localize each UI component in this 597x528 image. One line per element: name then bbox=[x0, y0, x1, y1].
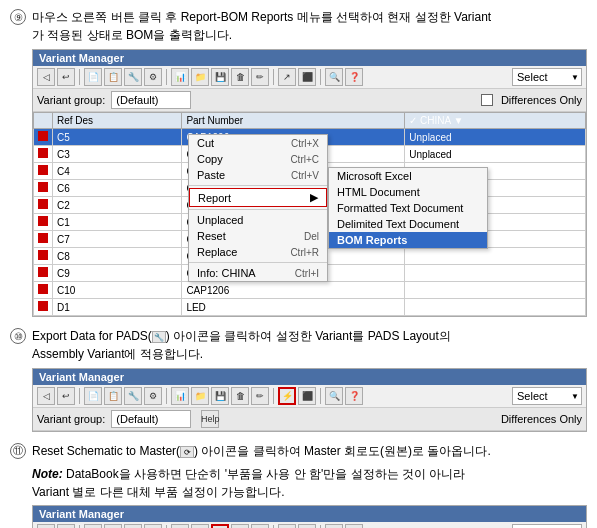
tb3-btn-4[interactable]: 📋 bbox=[104, 524, 122, 528]
row-refdes: C7 bbox=[53, 231, 182, 248]
tb2-btn-13[interactable]: 🔍 bbox=[325, 387, 343, 405]
tb3-btn-12[interactable]: ⬛ bbox=[298, 524, 316, 528]
tb-icon-8: 📁 bbox=[195, 72, 206, 82]
row-china bbox=[405, 282, 586, 299]
tb-btn-15[interactable]: ❓ bbox=[345, 68, 363, 86]
reset-icon-inline: ⟳ bbox=[180, 446, 194, 458]
tb2-btn-pads-export[interactable]: ⚡ bbox=[278, 387, 296, 405]
tb-btn-14[interactable]: 🔍 bbox=[325, 68, 343, 86]
variant-group-select-2[interactable]: (Default) bbox=[111, 410, 191, 428]
row-refdes: C8 bbox=[53, 248, 182, 265]
tb3-btn-11[interactable]: ↗ bbox=[278, 524, 296, 528]
tb3-btn-14[interactable]: ❓ bbox=[345, 524, 363, 528]
variant-group-value-1: (Default) bbox=[116, 94, 158, 106]
tb-btn-3[interactable]: 📄 bbox=[84, 68, 102, 86]
differences-label-2: Differences Only bbox=[501, 413, 582, 425]
tb2-sep-4 bbox=[320, 388, 321, 404]
row-icon bbox=[34, 299, 53, 316]
select-arrow-2: ▼ bbox=[571, 392, 579, 401]
tb2-btn-11[interactable]: ✏ bbox=[251, 387, 269, 405]
table-row[interactable]: D1 LED bbox=[34, 299, 586, 316]
pads-icon-inline: 🔧 bbox=[152, 331, 166, 343]
tb3-btn-7[interactable]: 📊 bbox=[171, 524, 189, 528]
table-row[interactable]: C10 CAP1206 bbox=[34, 282, 586, 299]
tb2-btn-5[interactable]: 🔧 bbox=[124, 387, 142, 405]
tb3-btn-13[interactable]: 🔍 bbox=[325, 524, 343, 528]
tb-btn-12[interactable]: ↗ bbox=[278, 68, 296, 86]
tb2-icon-9: 💾 bbox=[215, 391, 226, 401]
menu-reset[interactable]: Reset Del bbox=[189, 228, 327, 244]
component-icon bbox=[38, 148, 48, 158]
component-icon bbox=[38, 165, 48, 175]
tb3-btn-2[interactable]: ↩ bbox=[57, 524, 75, 528]
tb-btn-9[interactable]: 💾 bbox=[211, 68, 229, 86]
section-10-content: Export Data for PADS(🔧) 아이콘을 클릭하여 설정한 Va… bbox=[32, 327, 587, 432]
tb-btn-5[interactable]: 🔧 bbox=[124, 68, 142, 86]
tb3-btn-reset[interactable]: ⟳ bbox=[211, 524, 229, 528]
tb-btn-7[interactable]: 📊 bbox=[171, 68, 189, 86]
row-china: Unplaced bbox=[405, 146, 586, 163]
tb2-btn-12[interactable]: ⬛ bbox=[298, 387, 316, 405]
tb2-btn-3[interactable]: 📄 bbox=[84, 387, 102, 405]
tb3-btn-9[interactable]: 🗑 bbox=[231, 524, 249, 528]
menu-copy[interactable]: Copy Ctrl+C bbox=[189, 151, 327, 167]
tb-btn-4[interactable]: 📋 bbox=[104, 68, 122, 86]
tb2-btn-6[interactable]: ⚙ bbox=[144, 387, 162, 405]
tb2-btn-2[interactable]: ↩ bbox=[57, 387, 75, 405]
variant-manager-panel-3: Variant Manager ◁ ↩ 📄 📋 🔧 ⚙ 📊 📁 ⟳ 🗑 ✏ ↗ … bbox=[32, 505, 587, 528]
tb2-btn-4[interactable]: 📋 bbox=[104, 387, 122, 405]
tb3-btn-1[interactable]: ◁ bbox=[37, 524, 55, 528]
row-part: LED bbox=[182, 299, 405, 316]
tb-btn-13[interactable]: ⬛ bbox=[298, 68, 316, 86]
help-label: Help bbox=[201, 414, 220, 424]
submenu-excel[interactable]: Microsoft Excel bbox=[329, 168, 487, 184]
tb3-btn-8[interactable]: 📁 bbox=[191, 524, 209, 528]
tb-sep-4 bbox=[320, 69, 321, 85]
variant-group-select-1[interactable]: (Default) bbox=[111, 91, 191, 109]
section-number-9: ⑨ bbox=[10, 9, 26, 25]
tb-icon-13: ⬛ bbox=[302, 72, 313, 82]
menu-info-shortcut: Ctrl+I bbox=[295, 268, 319, 279]
menu-cut-label: Cut bbox=[197, 137, 214, 149]
tb3-btn-10[interactable]: ✏ bbox=[251, 524, 269, 528]
submenu-formatted[interactable]: Formatted Text Document bbox=[329, 200, 487, 216]
menu-copy-shortcut: Ctrl+C bbox=[290, 154, 319, 165]
row-icon-c5 bbox=[34, 129, 53, 146]
tb2-btn-1[interactable]: ◁ bbox=[37, 387, 55, 405]
tb3-btn-6[interactable]: ⚙ bbox=[144, 524, 162, 528]
select-dropdown-3[interactable]: Select ▼ bbox=[512, 524, 582, 528]
select-dropdown-1[interactable]: Select ▼ bbox=[512, 68, 582, 86]
select-dropdown-2[interactable]: Select ▼ bbox=[512, 387, 582, 405]
help-button[interactable]: Help bbox=[201, 410, 219, 428]
vm-title-bar-1: Variant Manager bbox=[33, 50, 586, 66]
component-icon bbox=[38, 284, 48, 294]
menu-unplaced[interactable]: Unplaced bbox=[189, 212, 327, 228]
tb-btn-10[interactable]: 🗑 bbox=[231, 68, 249, 86]
tb3-btn-3[interactable]: 📄 bbox=[84, 524, 102, 528]
tb2-btn-9[interactable]: 💾 bbox=[211, 387, 229, 405]
tb-btn-1[interactable]: ◁ bbox=[37, 68, 55, 86]
tb2-btn-8[interactable]: 📁 bbox=[191, 387, 209, 405]
submenu-bom-reports[interactable]: BOM Reports bbox=[329, 232, 487, 248]
menu-paste[interactable]: Paste Ctrl+V bbox=[189, 167, 327, 183]
submenu-delimited[interactable]: Delimited Text Document bbox=[329, 216, 487, 232]
tb-btn-2[interactable]: ↩ bbox=[57, 68, 75, 86]
tb-btn-6[interactable]: ⚙ bbox=[144, 68, 162, 86]
menu-cut[interactable]: Cut Ctrl+X bbox=[189, 135, 327, 151]
row-china bbox=[405, 265, 586, 282]
differences-checkbox-1[interactable] bbox=[481, 94, 493, 106]
tb-btn-11[interactable]: ✏ bbox=[251, 68, 269, 86]
menu-paste-shortcut: Ctrl+V bbox=[291, 170, 319, 181]
submenu-html[interactable]: HTML Document bbox=[329, 184, 487, 200]
menu-replace[interactable]: Replace Ctrl+R bbox=[189, 244, 327, 260]
tb3-btn-5[interactable]: 🔧 bbox=[124, 524, 142, 528]
variant-group-label-1: Variant group: bbox=[37, 94, 105, 106]
tb2-btn-7[interactable]: 📊 bbox=[171, 387, 189, 405]
tb2-sep-3 bbox=[273, 388, 274, 404]
row-icon bbox=[34, 282, 53, 299]
menu-info[interactable]: Info: CHINA Ctrl+I bbox=[189, 265, 327, 281]
tb-btn-8[interactable]: 📁 bbox=[191, 68, 209, 86]
menu-report[interactable]: Report ▶ bbox=[189, 188, 327, 207]
tb2-btn-10[interactable]: 🗑 bbox=[231, 387, 249, 405]
tb2-btn-14[interactable]: ❓ bbox=[345, 387, 363, 405]
